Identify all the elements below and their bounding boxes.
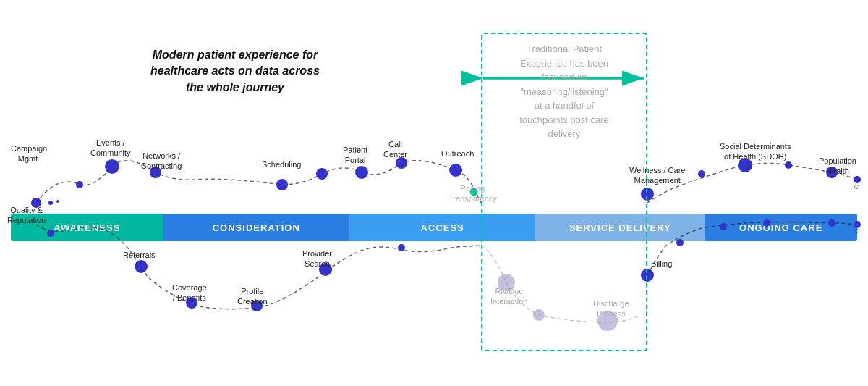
label-events: Events /Community [90, 138, 131, 159]
label-campaign: CampaignMgmt. [11, 143, 47, 164]
label-rndoc: RN/DocInteraction [490, 286, 527, 307]
bar-ongoing: ONGOING CARE [705, 214, 857, 241]
label-billing: Billing [651, 259, 672, 269]
svg-point-23 [398, 244, 405, 251]
path-svg: + ○ ○ [0, 0, 868, 386]
diagram-container: AWARENESS CONSIDERATION ACCESS SERVICE D… [0, 0, 868, 386]
awareness-label: AWARENESS [54, 222, 120, 233]
label-callcenter: CallCenter [383, 139, 407, 160]
traditional-line6: touchpoints post care [492, 113, 637, 127]
svg-point-19 [135, 260, 148, 273]
access-label: ACCESS [421, 222, 464, 233]
label-sdoh: Social Determinantsof Health (SDOH) [720, 141, 791, 162]
svg-point-2 [105, 159, 119, 174]
traditional-text: Traditional Patient Experience has been … [492, 42, 637, 141]
traditional-line3: focused on [492, 70, 637, 85]
svg-point-13 [785, 161, 792, 169]
label-provider: ProviderSearch [302, 248, 332, 269]
bar-access: ACCESS [349, 214, 535, 241]
svg-point-4 [276, 179, 288, 190]
label-population: PopulationHealth [819, 156, 856, 177]
label-scheduling: Scheduling [262, 159, 301, 169]
svg-point-25 [533, 309, 545, 321]
svg-point-1 [76, 181, 83, 188]
modern-patient-text: Modern patient experience for healthcare… [145, 47, 326, 96]
svg-point-10 [641, 188, 654, 201]
journey-bar: AWARENESS CONSIDERATION ACCESS SERVICE D… [11, 214, 857, 241]
label-referrals: Referrals [123, 250, 156, 260]
label-profile: ProfileCreation [237, 286, 268, 307]
service-label: SERVICE DELIVERY [569, 222, 671, 233]
label-portal: PatientPortal [343, 145, 367, 166]
svg-point-15 [854, 176, 861, 183]
label-networks: Networks /Contracting [141, 151, 182, 172]
svg-point-27 [641, 269, 654, 282]
svg-point-6 [355, 166, 368, 179]
traditional-line4: "measuring/listening" [492, 85, 637, 99]
traditional-line5: at a handful of [492, 98, 637, 113]
modern-line1: Modern patient experience for [153, 49, 318, 61]
label-wellness: Wellness / CareManagement [629, 165, 685, 186]
bar-consideration: CONSIDERATION [163, 214, 349, 241]
bar-service: SERVICE DELIVERY [535, 214, 705, 241]
modern-line2: healthcare acts on data across [150, 64, 320, 77]
svg-point-11 [698, 170, 705, 177]
traditional-line1: Traditional Patient [492, 42, 637, 56]
svg-point-5 [316, 168, 328, 180]
ongoing-label: ONGOING CARE [739, 222, 822, 233]
svg-point-8 [449, 164, 462, 177]
modern-line3: the whole journey [186, 81, 284, 93]
label-coverage: Coverage/ Benefits [172, 282, 207, 303]
label-pricing: PricingTransparency [448, 183, 497, 204]
traditional-line2: Experience has been [492, 56, 637, 71]
traditional-line7: delivery [492, 127, 637, 141]
svg-text:○: ○ [854, 180, 859, 192]
label-outreach: Outreach [441, 148, 474, 159]
svg-point-17 [56, 200, 59, 203]
label-discharge: DischargeProcess [593, 298, 629, 319]
label-quality: Quality &Reputation [7, 205, 46, 226]
consideration-label: CONSIDERATION [213, 222, 300, 233]
svg-point-16 [48, 201, 53, 205]
